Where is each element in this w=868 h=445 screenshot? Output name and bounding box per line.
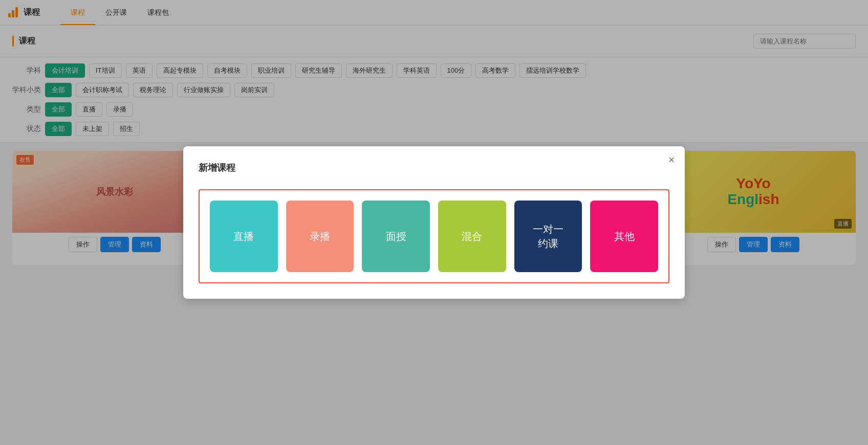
course-type-one-on-one-label: 一对一 约课 xyxy=(533,222,563,251)
course-type-grid: 直播 录播 面授 混合 一对一 约课 其他 xyxy=(199,189,669,265)
course-type-mixed[interactable]: 混合 xyxy=(438,201,506,265)
course-type-other-label: 其他 xyxy=(614,229,635,243)
new-course-dialog: 新增课程 × 直播 录播 面授 混合 一对一 约课 xyxy=(183,146,685,265)
course-type-mixed-label: 混合 xyxy=(462,229,482,243)
dialog-close-button[interactable]: × xyxy=(668,154,675,165)
course-type-offline-label: 面授 xyxy=(386,229,406,243)
dialog-title: 新增课程 xyxy=(199,162,669,174)
course-type-recorded[interactable]: 录播 xyxy=(286,201,354,265)
course-type-other[interactable]: 其他 xyxy=(590,201,658,265)
course-type-live[interactable]: 直播 xyxy=(210,201,278,265)
course-type-live-label: 直播 xyxy=(233,229,254,243)
course-type-offline[interactable]: 面授 xyxy=(362,201,430,265)
course-type-one-on-one[interactable]: 一对一 约课 xyxy=(514,201,582,265)
dialog-overlay: 新增课程 × 直播 录播 面授 混合 一对一 约课 xyxy=(0,0,868,265)
course-type-recorded-label: 录播 xyxy=(310,229,330,243)
